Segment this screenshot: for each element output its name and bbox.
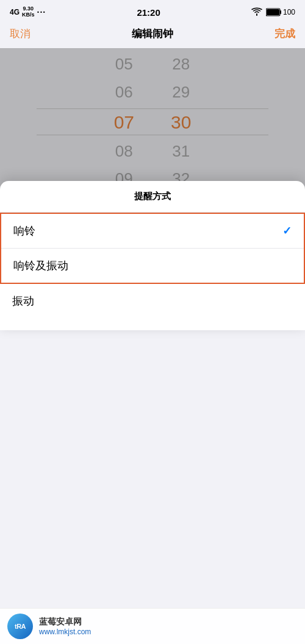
watermark-bar: tRA 蓝莓安卓网 www.lmkjst.com — [0, 608, 305, 644]
action-sheet-options-group: 响铃 ✓ 响铃及振动 — [0, 213, 305, 284]
network-speed: 9.30KB/s — [22, 6, 35, 18]
watermark-domain: www.lmkjst.com — [39, 628, 91, 636]
option-vibrate-label: 振动 — [12, 294, 34, 308]
status-right: 100 — [251, 7, 295, 18]
watermark-info: 蓝莓安卓网 www.lmkjst.com — [39, 617, 91, 636]
option-ring-label: 响铃 — [13, 224, 35, 238]
action-sheet: 提醒方式 响铃 ✓ 响铃及振动 振动 — [0, 181, 305, 330]
watermark-logo: tRA — [7, 614, 33, 639]
status-left: 4G 9.30KB/s ··· — [10, 6, 46, 18]
checkmark-icon: ✓ — [282, 224, 292, 238]
done-button[interactable]: 完成 — [274, 27, 295, 41]
page-title: 编辑闹钟 — [132, 27, 173, 41]
modal-overlay[interactable]: 提醒方式 响铃 ✓ 响铃及振动 振动 — [0, 48, 305, 330]
dots-menu: ··· — [37, 7, 46, 17]
status-bar: 4G 9.30KB/s ··· 21:20 100 — [0, 0, 305, 22]
option-ring-vibrate[interactable]: 响铃及振动 — [1, 249, 304, 283]
wifi-icon — [251, 7, 262, 18]
watermark-site-name: 蓝莓安卓网 — [39, 617, 91, 628]
signal-indicator: 4G — [10, 8, 20, 16]
action-sheet-title: 提醒方式 — [0, 181, 305, 213]
svg-rect-1 — [267, 9, 279, 15]
battery-icon: 100 — [266, 8, 295, 16]
option-vibrate[interactable]: 振动 — [0, 284, 305, 318]
option-ring-vibrate-label: 响铃及振动 — [13, 258, 68, 273]
main-content: 05 06 07 08 09 28 29 30 31 32 重复 无 › 日 一 — [0, 48, 305, 330]
status-time: 21:20 — [137, 7, 160, 18]
nav-bar: 取消 编辑闹钟 完成 — [0, 22, 305, 48]
cancel-button[interactable]: 取消 — [10, 27, 30, 41]
option-ring[interactable]: 响铃 ✓ — [1, 214, 304, 249]
